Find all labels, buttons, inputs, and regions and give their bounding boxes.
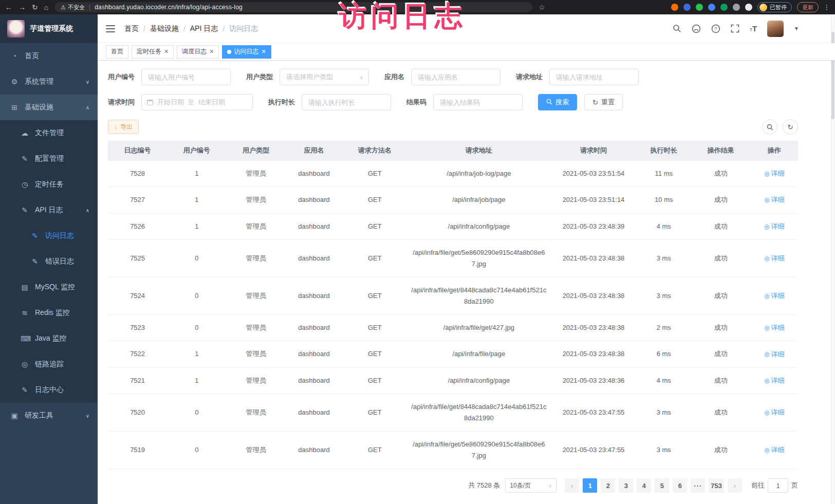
help-icon[interactable]: ? <box>711 24 720 33</box>
cell-time: 2021-05-03 23:51:14 <box>551 187 637 213</box>
sidebar-item-config[interactable]: ✎ 配置管理 <box>0 146 98 172</box>
breadcrumb-api-log[interactable]: API 日志 <box>190 24 218 33</box>
breadcrumb-infra[interactable]: 基础设施 <box>150 24 179 33</box>
sidebar-item-trace[interactable]: ◎ 链路追踪 <box>0 351 98 377</box>
tab-access-log[interactable]: 访问日志 ✕ <box>222 45 271 59</box>
page-size-select[interactable]: 10条/页 ∨ <box>505 478 556 493</box>
toggle-search-icon[interactable] <box>762 119 777 135</box>
sidebar-item-access-log[interactable]: ✎ 访问日志 <box>0 223 98 249</box>
browser-forward-icon[interactable]: → <box>18 4 26 11</box>
browser-back-icon[interactable]: ← <box>5 4 12 11</box>
sidebar-item-infra[interactable]: ⊞ 基础设施 ∧ <box>0 95 98 120</box>
request-url-input[interactable] <box>549 69 639 85</box>
page-button-1[interactable]: 1 <box>583 478 597 493</box>
user-id-input[interactable] <box>141 69 231 85</box>
extension-icon-5[interactable] <box>720 4 728 11</box>
sidebar-item-api-log[interactable]: ✎ API 日志 ∧ <box>0 197 98 223</box>
address-bar[interactable]: ⚠不安全 | dashboard.yudao.iocoder.cn/infra/… <box>54 2 532 12</box>
extension-icon-3[interactable] <box>696 4 703 11</box>
user-type-select[interactable]: 请选择用户类型 ∨ <box>280 69 369 85</box>
detail-label: 详细 <box>771 444 784 456</box>
breadcrumb-home[interactable]: 首页 <box>124 24 139 33</box>
cell-log-id: 7523 <box>108 315 167 341</box>
sidebar-item-job[interactable]: ◷ 定时任务 <box>0 172 98 197</box>
reset-button[interactable]: ↻ 重置 <box>584 94 623 110</box>
close-icon[interactable]: ✕ <box>261 48 266 55</box>
detail-link[interactable]: ◎详细 <box>764 194 784 206</box>
page-button-2[interactable]: 2 <box>601 478 615 493</box>
next-page-button[interactable]: › <box>728 478 742 493</box>
export-button[interactable]: ↓ 导出 <box>108 120 139 134</box>
scrollbar-track[interactable] <box>831 14 835 504</box>
detail-link[interactable]: ◎详细 <box>764 168 784 179</box>
sidebar-item-home[interactable]: ◔ 首页 <box>0 43 98 69</box>
chevron-up-icon: ∧ <box>86 208 89 213</box>
extension-icon-7[interactable] <box>745 4 752 11</box>
bookmark-star-icon[interactable]: ☆ <box>539 4 545 11</box>
col-url: 请求地址 <box>407 141 551 161</box>
font-size-icon[interactable]: тT <box>750 25 757 32</box>
close-icon[interactable]: ✕ <box>209 48 214 55</box>
chevron-down-icon[interactable]: ▼ <box>794 26 799 31</box>
more-pages-button[interactable]: ··· <box>691 478 705 493</box>
tab-job[interactable]: 定时任务 ✕ <box>132 45 174 59</box>
search-icon[interactable] <box>673 24 681 33</box>
sidebar-item-error-log[interactable]: ✎ 错误日志 <box>0 249 98 274</box>
page-button-3[interactable]: 3 <box>619 478 633 493</box>
hamburger-icon[interactable] <box>106 25 115 32</box>
detail-link[interactable]: ◎详细 <box>764 253 784 264</box>
app-logo[interactable]: 芋道管理系统 <box>0 14 98 43</box>
sidebar-item-log-center[interactable]: ✎ 日志中心 <box>0 377 98 403</box>
detail-link[interactable]: ◎详细 <box>764 290 784 302</box>
avatar[interactable] <box>767 21 784 37</box>
result-code-input[interactable] <box>433 94 523 110</box>
not-secure-warning[interactable]: ⚠不安全 <box>61 4 85 11</box>
app-title: 芋道管理系统 <box>30 24 73 33</box>
extension-icon-4[interactable] <box>708 4 715 11</box>
sidebar-item-mysql[interactable]: ▤ MySQL 监控 <box>0 274 98 300</box>
page-button-4[interactable]: 4 <box>637 478 651 493</box>
sidebar-item-java[interactable]: ⌨ Java 监控 <box>0 326 98 351</box>
sidebar: 芋道管理系统 ◔ 首页 ⚙ 系统管理 ∨ ⊞ 基础设施 ∧ ☁ 文件管理 ✎ 配… <box>0 14 98 504</box>
prev-page-button[interactable]: ‹ <box>565 478 579 493</box>
request-time-range-picker[interactable]: 开始日期 至 结束日期 <box>141 94 253 110</box>
duration-input[interactable] <box>302 94 391 110</box>
goto-page-input[interactable] <box>768 478 788 493</box>
app-name-input[interactable] <box>411 69 500 85</box>
sidebar-item-system[interactable]: ⚙ 系统管理 ∨ <box>0 69 98 95</box>
tab-job-log[interactable]: 调度日志 ✕ <box>177 45 219 59</box>
detail-link[interactable]: ◎详细 <box>764 407 784 418</box>
extension-icon-1[interactable] <box>671 4 678 11</box>
browser-reload-icon[interactable]: ↻ <box>32 4 38 11</box>
github-icon[interactable] <box>692 24 701 33</box>
refresh-icon: ↻ <box>592 99 598 106</box>
page-button-last[interactable]: 753 <box>709 478 724 493</box>
cell-app: dashboard <box>286 394 343 431</box>
browser-home-icon[interactable]: ⌂ <box>44 4 48 11</box>
detail-link[interactable]: ◎详细 <box>764 444 784 456</box>
log-icon: ✎ <box>21 206 29 214</box>
browser-update-button[interactable]: 更新 <box>797 2 819 12</box>
cell-time: 2021-05-03 23:48:38 <box>551 239 637 277</box>
detail-link[interactable]: ◎详细 <box>764 375 784 386</box>
extension-icon-6[interactable] <box>733 4 740 11</box>
browser-profile-chip[interactable]: 已暂停 <box>757 2 792 12</box>
detail-link[interactable]: ◎详细 <box>764 349 784 360</box>
close-icon[interactable]: ✕ <box>164 48 169 55</box>
sidebar-item-redis[interactable]: ≋ Redis 监控 <box>0 300 98 326</box>
sidebar-item-dev-tools[interactable]: ▣ 研发工具 ∨ <box>0 403 98 428</box>
detail-link[interactable]: ◎详细 <box>764 322 784 333</box>
cell-user-id: 1 <box>167 341 226 367</box>
search-button[interactable]: 搜索 <box>538 94 577 110</box>
detail-link[interactable]: ◎详细 <box>764 221 784 232</box>
sidebar-item-file[interactable]: ☁ 文件管理 <box>0 120 98 146</box>
page-button-5[interactable]: 5 <box>655 478 669 493</box>
refresh-icon[interactable]: ↻ <box>783 119 798 135</box>
chevron-down-icon: ∨ <box>86 79 89 85</box>
browser-menu-icon[interactable]: ⋮ <box>824 4 830 11</box>
extension-icon-2[interactable] <box>683 4 691 11</box>
timer-icon: ◷ <box>21 180 29 189</box>
tab-home[interactable]: 首页 <box>106 45 128 59</box>
page-button-6[interactable]: 6 <box>673 478 687 493</box>
fullscreen-icon[interactable] <box>731 24 739 33</box>
